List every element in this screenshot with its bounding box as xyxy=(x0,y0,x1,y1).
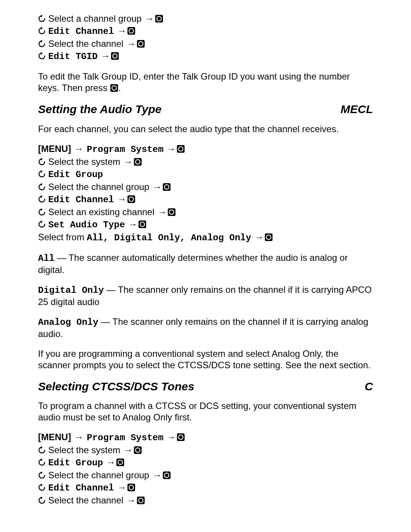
scroll-icon xyxy=(38,459,46,466)
step-text: Edit Group xyxy=(48,458,103,468)
enter-icon xyxy=(134,158,142,166)
section1-steps: [MENU] → Program System → Select the sys… xyxy=(38,143,373,244)
arrow-icon: → xyxy=(152,470,162,480)
menu-label: [MENU] xyxy=(38,432,71,442)
scroll-icon xyxy=(38,158,46,166)
step-row: Select the channel group → xyxy=(38,470,373,481)
section2-steps: [MENU] → Program System → Select the sys… xyxy=(38,431,373,506)
scroll-icon xyxy=(38,183,46,191)
scroll-icon xyxy=(38,170,46,178)
enter-icon xyxy=(137,496,145,505)
step-text: Edit Channel xyxy=(48,483,114,493)
enter-icon xyxy=(137,40,145,48)
enter-icon xyxy=(127,195,135,203)
arrow-icon: → xyxy=(116,26,127,36)
enter-icon xyxy=(177,433,185,441)
enter-icon xyxy=(138,220,147,228)
enter-icon xyxy=(155,14,163,23)
option-analog: Analog Only — The scanner only remains o… xyxy=(38,316,373,340)
section-heading-ctcss: Selecting CTCSS/DCS TonesC xyxy=(38,379,373,394)
step-text: Edit Channel xyxy=(48,26,114,37)
arrow-icon: → xyxy=(127,219,138,229)
enter-icon xyxy=(162,471,171,479)
step-row: Set Audio Type → xyxy=(38,219,373,231)
select-from-row: Select from All, Digital Only, Analog On… xyxy=(38,232,373,244)
menu-item: Program System xyxy=(87,433,164,443)
arrow-icon: → xyxy=(254,232,264,242)
scroll-icon xyxy=(38,220,46,228)
scroll-icon xyxy=(38,471,46,479)
enter-icon xyxy=(177,145,185,153)
section2-lead: To program a channel with a CTCSS or DCS… xyxy=(38,400,373,423)
enter-icon xyxy=(127,483,135,492)
arrow-icon: → xyxy=(157,207,167,217)
arrow-icon: → xyxy=(126,38,137,49)
section1-lead: For each channel, you can select the aud… xyxy=(38,123,373,135)
arrow-icon: → xyxy=(126,495,137,505)
step-row: Select a channel group → xyxy=(38,13,373,24)
step-row: Select the system → xyxy=(38,156,373,168)
enter-icon xyxy=(162,183,171,191)
enter-icon xyxy=(111,52,119,60)
menu-label: [MENU] xyxy=(38,144,71,154)
arrow-icon: → xyxy=(144,13,155,24)
step-row: Edit Group → xyxy=(38,457,373,469)
step-row: Select the channel → xyxy=(38,38,373,50)
scroll-icon xyxy=(38,497,46,504)
arrow-icon: → xyxy=(123,157,134,167)
step-text: Edit Group xyxy=(48,169,103,180)
arrow-icon: → xyxy=(105,457,116,467)
step-text: Select the system xyxy=(48,445,120,455)
step-text: Select the channel group xyxy=(48,182,150,192)
step-row: Edit TGID → xyxy=(38,50,373,62)
arrow-icon: → xyxy=(166,432,177,442)
section-title: Setting the Audio Type xyxy=(38,102,161,117)
menu-item: Program System xyxy=(87,144,164,155)
arrow-icon: → xyxy=(123,445,134,455)
section-heading-audio-type: Setting the Audio TypeMECL xyxy=(38,102,373,117)
step-text: Set Audio Type xyxy=(48,220,125,230)
arrow-icon: → xyxy=(100,51,111,61)
intro-steps: Select a channel group → Edit Channel → … xyxy=(38,13,373,62)
step-text: Select the channel xyxy=(48,38,123,49)
enter-icon xyxy=(264,233,273,241)
scroll-icon xyxy=(38,27,46,35)
arrow-icon: → xyxy=(166,144,177,154)
step-text: Select the channel xyxy=(48,495,123,505)
enter-icon xyxy=(127,27,135,35)
option-digital: Digital Only — The scanner only remains … xyxy=(38,284,373,308)
option-all: All — The scanner automatically determin… xyxy=(38,252,373,276)
step-text: Select a channel group xyxy=(48,13,142,24)
enter-icon xyxy=(134,446,142,454)
scroll-icon xyxy=(38,40,46,48)
step-row: Select the system → xyxy=(38,444,373,456)
scroll-icon xyxy=(38,208,46,216)
section-title: Selecting CTCSS/DCS Tones xyxy=(38,379,194,394)
scroll-icon xyxy=(38,15,46,22)
menu-row: [MENU] → Program System → xyxy=(38,143,373,155)
scroll-icon xyxy=(38,195,46,203)
scroll-icon xyxy=(38,52,46,60)
step-row: Select an existing channel → xyxy=(38,206,373,218)
step-text: Select the channel group xyxy=(48,470,150,480)
intro-paragraph: To edit the Talk Group ID, enter the Tal… xyxy=(38,71,373,94)
menu-row: [MENU] → Program System → xyxy=(38,431,373,444)
step-text: Select an existing channel xyxy=(48,207,155,217)
section-tag: MECL xyxy=(341,102,373,117)
enter-icon xyxy=(110,84,118,92)
step-row: Select the channel group → xyxy=(38,181,373,193)
step-row: Edit Channel → xyxy=(38,482,373,494)
arrow-icon: → xyxy=(73,432,84,442)
section1-note: If you are programming a conventional sy… xyxy=(38,348,373,371)
step-text: Edit Channel xyxy=(48,195,114,205)
enter-icon xyxy=(167,208,176,216)
scroll-icon xyxy=(38,484,46,491)
step-row: Select the channel → xyxy=(38,495,373,506)
arrow-icon: → xyxy=(116,482,127,492)
step-row: Edit Group xyxy=(38,168,373,181)
step-row: Edit Channel → xyxy=(38,193,373,206)
arrow-icon: → xyxy=(73,144,84,154)
step-text: Edit TGID xyxy=(48,51,98,62)
arrow-icon: → xyxy=(152,182,162,192)
enter-icon xyxy=(116,458,124,466)
